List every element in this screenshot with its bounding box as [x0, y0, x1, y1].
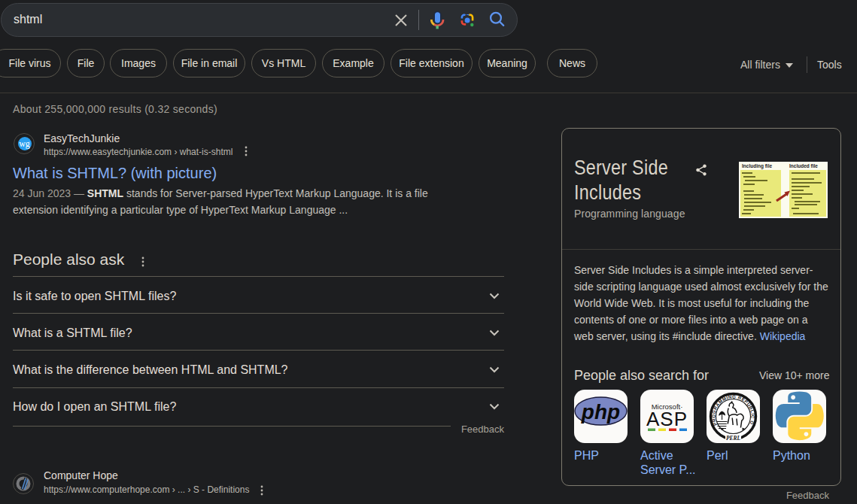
svg-text:Included file: Included file	[789, 163, 818, 169]
svg-text:ASP: ASP	[646, 408, 688, 430]
svg-text:Including file: Including file	[742, 163, 772, 169]
svg-text:php: php	[581, 400, 620, 424]
svg-text:PERL: PERL	[726, 435, 741, 442]
